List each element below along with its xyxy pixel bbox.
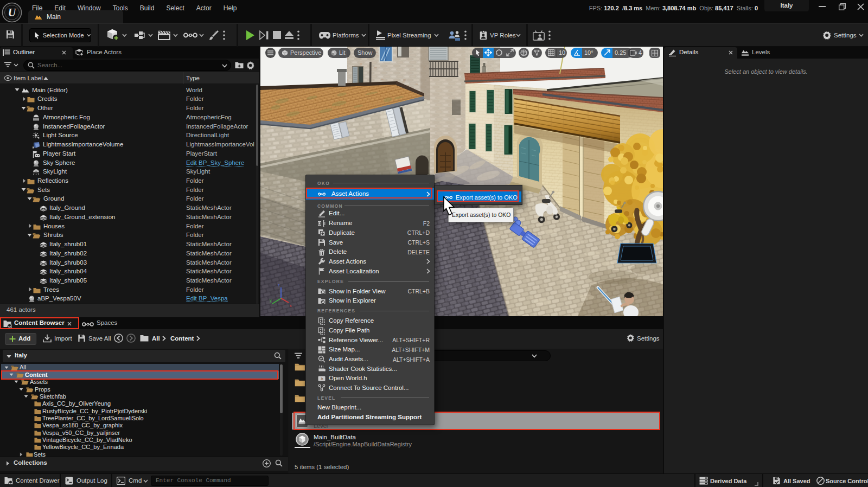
svg-text:U: U xyxy=(8,7,17,18)
svg-text:.h: .h xyxy=(320,377,323,381)
svg-text:x: x xyxy=(290,304,292,307)
svg-text:y: y xyxy=(270,298,272,303)
svg-text:z: z xyxy=(278,283,280,287)
